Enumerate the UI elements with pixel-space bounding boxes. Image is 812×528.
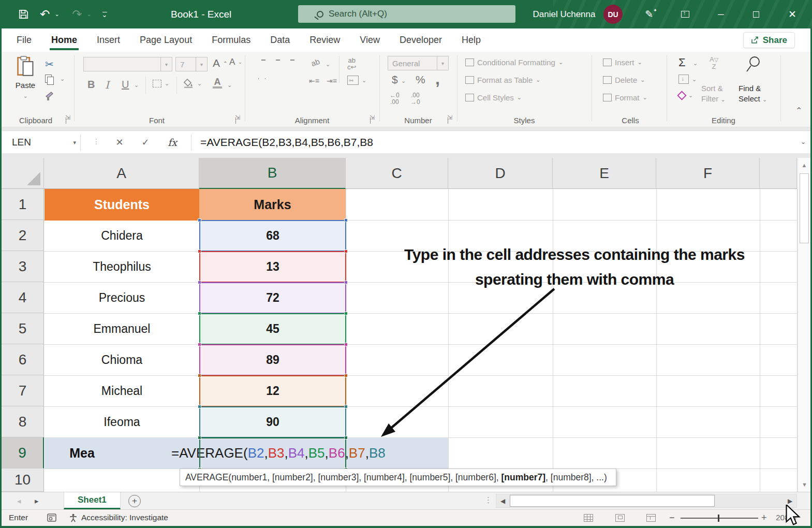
font-dialog-launcher-icon[interactable] — [235, 117, 242, 124]
number-dialog-launcher-icon[interactable] — [448, 117, 454, 124]
undo-dropdown-icon[interactable]: ⌄ — [53, 0, 61, 28]
row-header-2[interactable]: 2 — [2, 220, 44, 251]
currency-icon[interactable]: $ — [392, 74, 398, 86]
normal-view-icon[interactable] — [584, 514, 593, 522]
zoom-in-icon[interactable]: + — [761, 512, 767, 523]
close-button[interactable]: ✕ — [776, 0, 808, 28]
font-color-dropdown-icon[interactable]: ⌄ — [227, 82, 232, 89]
accessibility-status[interactable]: Accessibility: Investigate — [81, 513, 168, 522]
vertical-scrollbar-thumb[interactable] — [800, 173, 809, 243]
percent-style-icon[interactable]: % — [416, 74, 425, 86]
minimize-button[interactable]: ─ — [705, 0, 737, 28]
cell-B5[interactable]: 45 — [199, 313, 346, 345]
tab-page-layout[interactable]: Page Layout — [130, 28, 202, 52]
find-select-icon[interactable] — [746, 56, 761, 74]
column-header-D[interactable]: D — [448, 158, 553, 189]
font-size-select[interactable]: 7 ▾ — [175, 57, 208, 71]
insert-function-icon[interactable]: fx — [161, 134, 184, 151]
row-header-8[interactable]: 8 — [2, 406, 44, 437]
paste-button[interactable]: Paste ⌄ — [11, 56, 40, 99]
font-name-select[interactable]: ▾ — [83, 57, 172, 71]
decrease-indent-icon[interactable]: ⇤≡ — [309, 77, 319, 85]
cell-A9[interactable]: Mea — [45, 437, 120, 468]
cell-B7[interactable]: 12 — [199, 375, 346, 407]
align-top-icon[interactable] — [255, 58, 265, 62]
number-format-select[interactable]: General ▾ — [388, 56, 449, 70]
italic-button[interactable]: I — [105, 79, 109, 91]
find-select-label[interactable]: Find & Select ⌄ — [739, 84, 767, 104]
row-header-1[interactable]: 1 — [2, 189, 44, 220]
clipboard-dialog-launcher-icon[interactable] — [66, 117, 72, 124]
font-color-icon[interactable]: A — [213, 78, 222, 89]
zoom-slider[interactable] — [681, 518, 758, 519]
column-header-B[interactable]: B — [199, 158, 346, 189]
paste-dropdown-icon[interactable]: ⌄ — [23, 93, 27, 99]
fill-color-icon[interactable]: ⌄ — [184, 79, 202, 88]
tab-file[interactable]: File — [7, 28, 41, 52]
increase-font-icon[interactable]: A⌃ — [213, 57, 227, 69]
bold-button[interactable]: B — [87, 79, 95, 91]
borders-icon[interactable]: ⌄ — [153, 80, 169, 87]
cell-A6[interactable]: Chioma — [45, 344, 199, 375]
clear-icon[interactable]: ⌄ — [678, 92, 693, 99]
wrap-text-icon[interactable]: abc↩ — [347, 57, 356, 70]
cell-B4[interactable]: 72 — [199, 282, 346, 314]
ribbon-display-options-icon[interactable] — [675, 0, 696, 28]
align-middle-icon[interactable] — [273, 58, 283, 62]
cell-B8[interactable]: 90 — [199, 406, 346, 438]
merge-dropdown-icon[interactable]: ⌄ — [362, 77, 366, 84]
borders-dropdown-icon[interactable]: ⌄ — [165, 80, 169, 87]
increase-decimal-icon[interactable]: ←0.00 — [390, 92, 400, 106]
cell-A3[interactable]: Theophilus — [45, 251, 199, 282]
align-right-icon[interactable] — [290, 77, 301, 81]
collapse-ribbon-icon[interactable]: ⌃ — [795, 106, 802, 115]
tab-home[interactable]: Home — [41, 28, 87, 52]
column-header-C[interactable]: C — [346, 158, 448, 189]
align-bottom-icon[interactable] — [290, 58, 301, 62]
select-all-button[interactable] — [2, 158, 44, 189]
quick-access-toolbar-menu-icon[interactable]: ⌄ — [98, 0, 111, 28]
maximize-button[interactable] — [740, 0, 772, 28]
new-sheet-icon[interactable]: + — [128, 495, 141, 507]
avatar[interactable]: DU — [603, 5, 623, 24]
row-header-3[interactable]: 3 — [2, 251, 44, 282]
copy-icon[interactable]: ⌄ — [45, 75, 65, 83]
row-header-5[interactable]: 5 — [2, 313, 44, 344]
confirm-entry-icon[interactable]: ✓ — [134, 134, 157, 151]
search-input[interactable]: Search (Alt+Q) — [298, 5, 515, 23]
tab-insert[interactable]: Insert — [87, 28, 130, 52]
merge-center-icon[interactable]: ⇿ ⌄ — [347, 76, 366, 85]
orientation-dropdown-icon[interactable]: ⌄ — [326, 61, 330, 68]
name-box-dropdown-icon[interactable]: ▾ — [73, 139, 76, 146]
decrease-decimal-icon[interactable]: .00→0 — [410, 92, 420, 106]
row-header-6[interactable]: 6 — [2, 344, 44, 375]
number-format-dropdown-icon[interactable]: ▾ — [437, 56, 448, 70]
row-header-7[interactable]: 7 — [2, 375, 44, 406]
column-header-E[interactable]: E — [553, 158, 656, 189]
user-name[interactable]: Daniel Uchenna — [528, 0, 600, 28]
row-header-4[interactable]: 4 — [2, 282, 44, 313]
font-size-dropdown-icon[interactable]: ▾ — [196, 57, 207, 71]
cell-B3[interactable]: 13 — [199, 251, 346, 283]
alignment-dialog-launcher-icon[interactable] — [370, 117, 377, 124]
scroll-up-icon[interactable]: ▲ — [798, 162, 810, 168]
formula-bar-input[interactable]: =AVERAGE(B2,B3,B4,B5,B6,B7,B8 — [200, 134, 373, 151]
next-sheet-icon[interactable]: ▸ — [35, 496, 39, 506]
column-header-A[interactable]: A — [44, 158, 199, 189]
align-center-icon[interactable] — [273, 77, 283, 81]
tab-scroll-splitter[interactable]: ⋮ — [484, 495, 493, 505]
align-left-icon[interactable] — [255, 77, 265, 81]
underline-button[interactable]: U — [122, 79, 129, 91]
vertical-scrollbar[interactable]: ▲ ▼ — [798, 158, 810, 492]
cell-A1[interactable]: Students — [45, 189, 199, 221]
tab-formulas[interactable]: Formulas — [202, 28, 260, 52]
sheet-tab-active[interactable]: Sheet1 — [64, 492, 121, 509]
column-header-F[interactable]: F — [656, 158, 760, 189]
horizontal-scrollbar[interactable]: ◀ ▶ — [496, 494, 797, 508]
undo-button[interactable]: ↶ — [37, 0, 53, 28]
cell-A8[interactable]: Ifeoma — [45, 406, 199, 437]
cell-B6[interactable]: 89 — [199, 344, 346, 376]
cell-A5[interactable]: Emmanuel — [45, 313, 199, 344]
cell-A4[interactable]: Precious — [45, 282, 199, 313]
tab-help[interactable]: Help — [452, 28, 491, 52]
